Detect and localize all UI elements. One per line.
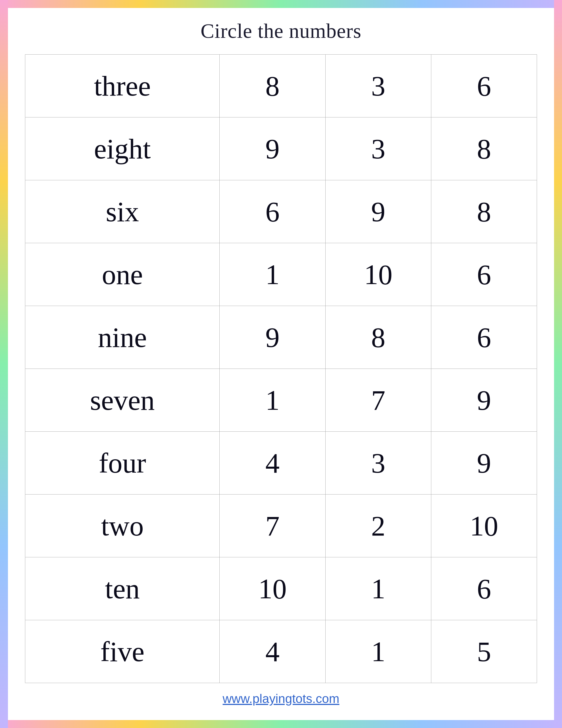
num-cell-4-2: 8	[325, 306, 431, 369]
num-cell-7-2: 2	[325, 495, 431, 557]
num-cell-1-1: 9	[220, 117, 325, 180]
table-row: two7210	[25, 495, 537, 557]
num-cell-3-1: 1	[220, 243, 325, 306]
num-cell-8-3: 6	[431, 557, 537, 620]
worksheet-table: three836eight938six698one1106nine986seve…	[25, 54, 537, 683]
word-cell-5: seven	[25, 369, 220, 432]
num-cell-9-1: 4	[220, 620, 325, 683]
table-row: three836	[25, 55, 537, 117]
num-cell-2-2: 9	[325, 180, 431, 243]
table-row: four439	[25, 432, 537, 495]
word-cell-0: three	[25, 55, 220, 117]
word-cell-4: nine	[25, 306, 220, 369]
table-row: five415	[25, 620, 537, 683]
word-cell-8: ten	[25, 557, 220, 620]
word-cell-9: five	[25, 620, 220, 683]
num-cell-3-2: 10	[325, 243, 431, 306]
table-row: six698	[25, 180, 537, 243]
table-row: seven179	[25, 369, 537, 432]
num-cell-6-3: 9	[431, 432, 537, 495]
num-cell-9-2: 1	[325, 620, 431, 683]
border-left	[0, 0, 8, 728]
border-bottom	[0, 720, 562, 728]
num-cell-2-3: 8	[431, 180, 537, 243]
word-cell-6: four	[25, 432, 220, 495]
page-content: Circle the numbers three836eight938six69…	[8, 8, 554, 720]
num-cell-0-3: 6	[431, 55, 537, 117]
footer-link[interactable]: www.playingtots.com	[223, 692, 339, 706]
num-cell-4-1: 9	[220, 306, 325, 369]
page-title: Circle the numbers	[201, 19, 361, 43]
num-cell-6-1: 4	[220, 432, 325, 495]
num-cell-3-3: 6	[431, 243, 537, 306]
table-row: one1106	[25, 243, 537, 306]
border-top	[0, 0, 562, 8]
word-cell-1: eight	[25, 117, 220, 180]
table-row: nine986	[25, 306, 537, 369]
table-row: eight938	[25, 117, 537, 180]
word-cell-7: two	[25, 495, 220, 557]
border-right	[554, 0, 562, 728]
num-cell-2-1: 6	[220, 180, 325, 243]
num-cell-8-1: 10	[220, 557, 325, 620]
num-cell-9-3: 5	[431, 620, 537, 683]
table-row: ten1016	[25, 557, 537, 620]
num-cell-0-1: 8	[220, 55, 325, 117]
num-cell-4-3: 6	[431, 306, 537, 369]
num-cell-1-2: 3	[325, 117, 431, 180]
num-cell-1-3: 8	[431, 117, 537, 180]
num-cell-5-1: 1	[220, 369, 325, 432]
word-cell-2: six	[25, 180, 220, 243]
num-cell-7-3: 10	[431, 495, 537, 557]
word-cell-3: one	[25, 243, 220, 306]
num-cell-5-3: 9	[431, 369, 537, 432]
num-cell-6-2: 3	[325, 432, 431, 495]
num-cell-8-2: 1	[325, 557, 431, 620]
num-cell-7-1: 7	[220, 495, 325, 557]
num-cell-0-2: 3	[325, 55, 431, 117]
num-cell-5-2: 7	[325, 369, 431, 432]
